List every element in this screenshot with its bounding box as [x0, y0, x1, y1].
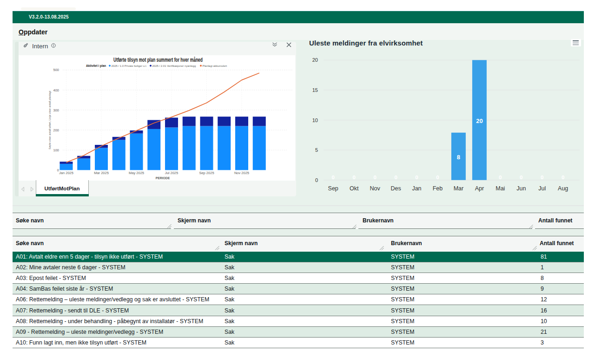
svg-text:0: 0: [373, 175, 376, 180]
svg-text:Sep 2025: Sep 2025: [199, 171, 214, 175]
svg-text:Jun: Jun: [516, 185, 526, 192]
svg-text:20: 20: [476, 117, 483, 124]
svg-text:Aug: Aug: [558, 185, 568, 192]
svg-text:Mar 2025: Mar 2025: [94, 171, 109, 175]
svg-text:500: 500: [53, 68, 59, 72]
svg-text:5: 5: [315, 147, 318, 153]
svg-text:0: 0: [541, 175, 543, 180]
svg-text:300: 300: [53, 108, 59, 112]
svg-text:2025 / 1.0 Private boliger o.l: 2025 / 1.0 Private boliger o.l.: [112, 65, 147, 67]
svg-text:0: 0: [415, 175, 418, 180]
svg-text:0: 0: [520, 175, 522, 180]
svg-text:Apr: Apr: [475, 185, 484, 192]
svg-text:0: 0: [315, 177, 318, 183]
svg-text:Mai: Mai: [496, 185, 505, 192]
svg-text:Aktivitet i plan: Aktivitet i plan: [86, 64, 106, 68]
svg-text:Nov 2025: Nov 2025: [234, 171, 249, 175]
svg-text:0: 0: [394, 175, 397, 180]
svg-text:400: 400: [53, 88, 59, 92]
svg-text:Feb: Feb: [433, 185, 443, 192]
svg-text:0: 0: [331, 175, 334, 180]
svg-text:Okt: Okt: [350, 185, 359, 192]
svg-text:Jul 2025: Jul 2025: [165, 171, 178, 175]
svg-text:PERIODE: PERIODE: [156, 176, 170, 180]
svg-text:0: 0: [562, 175, 564, 180]
svg-text:8: 8: [457, 154, 460, 161]
svg-text:100: 100: [53, 148, 59, 152]
svg-text:Jul: Jul: [538, 185, 546, 192]
svg-text:Jan: Jan: [412, 185, 421, 192]
svg-text:0: 0: [436, 175, 439, 180]
svg-text:Søyle viser antall utført, Lin: Søyle viser antall utført, Linje viser a…: [48, 91, 51, 149]
svg-text:0: 0: [352, 175, 355, 180]
svg-text:15: 15: [312, 87, 318, 93]
svg-text:Jan 2025: Jan 2025: [59, 171, 73, 175]
svg-text:200: 200: [53, 128, 59, 132]
svg-text:0: 0: [499, 175, 502, 180]
svg-text:Nov: Nov: [370, 185, 380, 192]
svg-text:Des: Des: [390, 185, 401, 192]
svg-text:Mar: Mar: [454, 185, 464, 192]
svg-text:20: 20: [312, 57, 318, 63]
svg-text:Utførte tilsyn mot plan summer: Utførte tilsyn mot plan summert for hver…: [113, 57, 203, 63]
svg-text:Sep: Sep: [328, 185, 338, 192]
svg-text:2025 / 2.01 Verifikasjoner nya: 2025 / 2.01 Verifikasjoner nyanlegg: [152, 65, 196, 67]
svg-text:Planlagt akkumulert: Planlagt akkumulert: [203, 65, 227, 67]
svg-text:May 2025: May 2025: [129, 171, 144, 175]
svg-text:10: 10: [312, 117, 318, 123]
